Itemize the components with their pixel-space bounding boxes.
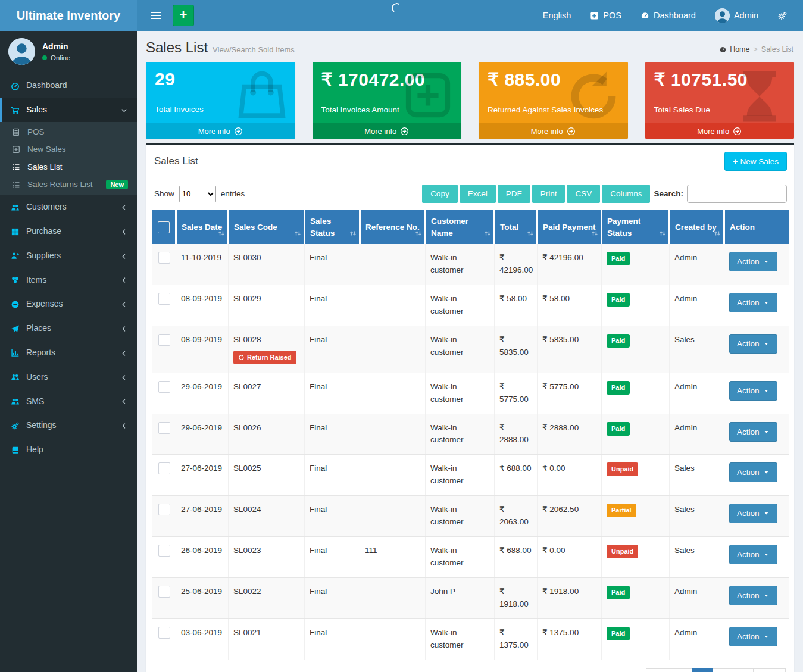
select-all-header[interactable] <box>152 210 176 244</box>
return-raised-badge: Return Raised <box>233 351 296 364</box>
infobox-label: Returned Against Sales Invoices <box>488 105 619 114</box>
col-sales-code[interactable]: Sales Code <box>229 210 305 244</box>
row-checkbox[interactable] <box>158 293 170 305</box>
row-checkbox[interactable] <box>158 252 170 264</box>
col-created-by[interactable]: Created by <box>670 210 724 244</box>
col-payment-status[interactable]: Payment Status <box>602 210 670 244</box>
sidebar-item-sms[interactable]: SMS <box>0 389 137 413</box>
cell-paid-payment: ₹ 0.00 <box>538 537 602 578</box>
cell-customer-name: Walk-in customer <box>426 618 495 660</box>
sidebar-item-expenses[interactable]: Expenses <box>0 292 137 316</box>
action-button[interactable]: Action <box>729 334 777 354</box>
chevron-left-icon <box>120 420 128 430</box>
action-button[interactable]: Action <box>729 381 777 401</box>
cart-icon <box>11 105 26 115</box>
export-columns-button[interactable]: Columns <box>602 185 650 203</box>
export-excel-button[interactable]: Excel <box>460 185 496 203</box>
export-pdf-button[interactable]: PDF <box>498 185 530 203</box>
settings-gears-button[interactable] <box>768 0 797 31</box>
sidebar-item-reports[interactable]: Reports <box>0 340 137 365</box>
breadcrumb-home-link[interactable]: Home <box>719 45 749 54</box>
row-checkbox[interactable] <box>158 627 170 639</box>
action-button[interactable]: Action <box>729 586 777 605</box>
sidebar-item-sales-list[interactable]: Sales List <box>0 158 137 175</box>
sidebar-item-settings[interactable]: Settings <box>0 413 137 437</box>
action-button[interactable]: Action <box>729 252 777 271</box>
col-reference-no[interactable]: Reference No. <box>360 210 426 244</box>
row-checkbox[interactable] <box>158 504 170 515</box>
online-status-dot <box>42 55 47 60</box>
row-checkbox[interactable] <box>158 422 170 434</box>
row-checkbox[interactable] <box>158 545 170 557</box>
pagination: Previous123Next <box>646 668 786 672</box>
select-all-checkbox[interactable] <box>158 221 170 233</box>
cell-reference-no <box>360 496 426 537</box>
sidebar-item-places[interactable]: Places <box>0 316 137 340</box>
sidebar-item-sales[interactable]: Sales <box>0 98 137 122</box>
row-checkbox[interactable] <box>158 334 170 346</box>
nav-pos-link[interactable]: POS <box>580 0 631 31</box>
user-menu[interactable]: Admin <box>705 0 768 31</box>
action-button[interactable]: Action <box>729 293 777 312</box>
cell-payment-status: Unpaid <box>602 455 670 496</box>
cell-action: Action <box>724 577 789 618</box>
cell-sales-code: SL0030 <box>229 244 305 285</box>
col-sales-status[interactable]: Sales Status <box>305 210 360 244</box>
sidebar-menu: DashboardSalesPOSNew SalesSales ListSale… <box>0 73 137 462</box>
cell-action: Action <box>724 414 789 455</box>
sidebar-item-purchase[interactable]: Purchase <box>0 219 137 243</box>
cell-total: ₹ 58.00 <box>495 285 538 326</box>
col-paid-payment[interactable]: Paid Payment <box>538 210 602 244</box>
pagination-page-1[interactable]: 1 <box>692 668 713 672</box>
sidebar-item-suppliers[interactable]: Suppliers <box>0 243 137 268</box>
sidebar-item-new-sales[interactable]: New Sales <box>0 140 137 158</box>
more-info-link[interactable]: More info <box>479 123 628 139</box>
sidebar-item-customers[interactable]: Customers <box>0 195 137 219</box>
panel-title: Sales List <box>154 155 198 167</box>
col-sales-date[interactable]: Sales Date <box>176 210 229 244</box>
action-button[interactable]: Action <box>729 462 777 482</box>
more-info-link[interactable]: More info <box>313 123 462 139</box>
export-print-button[interactable]: Print <box>532 185 565 203</box>
action-button[interactable]: Action <box>729 504 777 523</box>
col-total[interactable]: Total <box>495 210 538 244</box>
language-menu[interactable]: English <box>533 0 581 31</box>
sidebar-item-help[interactable]: Help <box>0 437 137 462</box>
sidebar-user-status[interactable]: Online <box>42 54 70 61</box>
nav-dashboard-link[interactable]: Dashboard <box>631 0 705 31</box>
more-info-link[interactable]: More info <box>146 123 295 139</box>
sidebar-item-users[interactable]: Users <box>0 364 137 389</box>
cell-paid-payment: ₹ 58.00 <box>538 285 602 326</box>
action-button[interactable]: Action <box>729 545 777 564</box>
sidebar-item-pos[interactable]: POS <box>0 123 137 140</box>
page-length-select[interactable]: 10 <box>179 186 216 202</box>
more-info-link[interactable]: More info <box>645 123 795 139</box>
pagination-previous-button[interactable]: Previous <box>646 668 693 672</box>
cell-sales-date: 03-06-2019 <box>176 618 229 660</box>
pagination-page-2[interactable]: 2 <box>713 668 733 672</box>
pagination-next-button[interactable]: Next <box>753 668 786 672</box>
new-sales-button[interactable]: +New Sales <box>724 152 787 171</box>
row-checkbox[interactable] <box>158 462 170 474</box>
export-copy-button[interactable]: Copy <box>422 185 458 203</box>
sidebar-item-dashboard[interactable]: Dashboard <box>0 73 137 98</box>
col-customer-name[interactable]: Customer Name <box>426 210 495 244</box>
table-row: 29-06-2019 SL0027 Final Walk-in customer… <box>152 373 789 414</box>
cell-paid-payment: ₹ 2062.50 <box>538 496 602 537</box>
payment-status-badge: Paid <box>607 586 630 599</box>
action-button[interactable]: Action <box>729 422 777 442</box>
cell-payment-status: Paid <box>602 373 670 414</box>
sidebar-item-sales-returns-list[interactable]: Sales Returns ListNew <box>0 176 137 193</box>
sidebar-item-items[interactable]: Items <box>0 267 137 292</box>
row-checkbox[interactable] <box>158 381 170 393</box>
quick-add-button[interactable]: + <box>173 5 194 26</box>
pagination-page-3[interactable]: 3 <box>733 668 754 672</box>
cell-created-by: Admin <box>670 285 724 326</box>
sort-icon <box>293 227 302 239</box>
sidebar-toggle-button[interactable] <box>143 0 169 31</box>
action-button[interactable]: Action <box>729 627 777 646</box>
app-logo[interactable]: Ultimate Inventory <box>0 0 137 31</box>
search-input[interactable] <box>687 185 787 203</box>
export-csv-button[interactable]: CSV <box>567 185 600 203</box>
row-checkbox[interactable] <box>158 586 170 598</box>
